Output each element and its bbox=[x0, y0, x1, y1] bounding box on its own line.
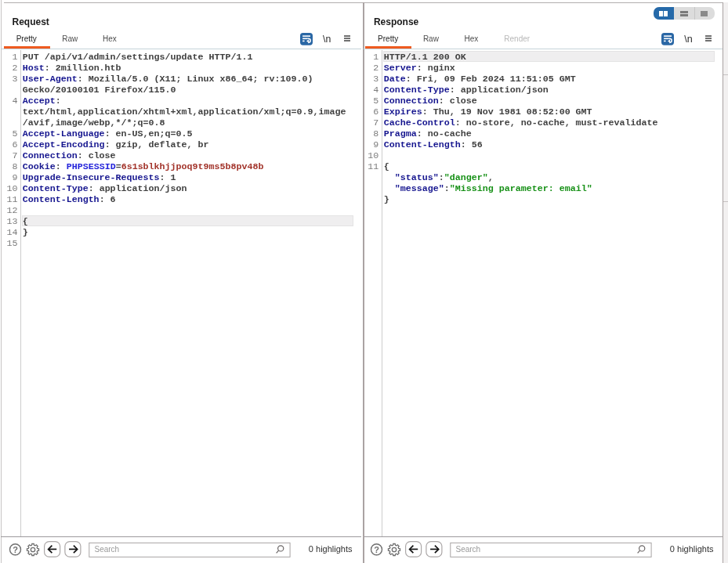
svg-text:?: ? bbox=[13, 545, 18, 554]
svg-text:Search: Search bbox=[455, 545, 480, 554]
svg-text:0 highlights: 0 highlights bbox=[309, 544, 353, 554]
svg-text:0 highlights: 0 highlights bbox=[669, 544, 713, 554]
svg-text:Search: Search bbox=[95, 545, 120, 554]
svg-text:?: ? bbox=[374, 545, 379, 554]
